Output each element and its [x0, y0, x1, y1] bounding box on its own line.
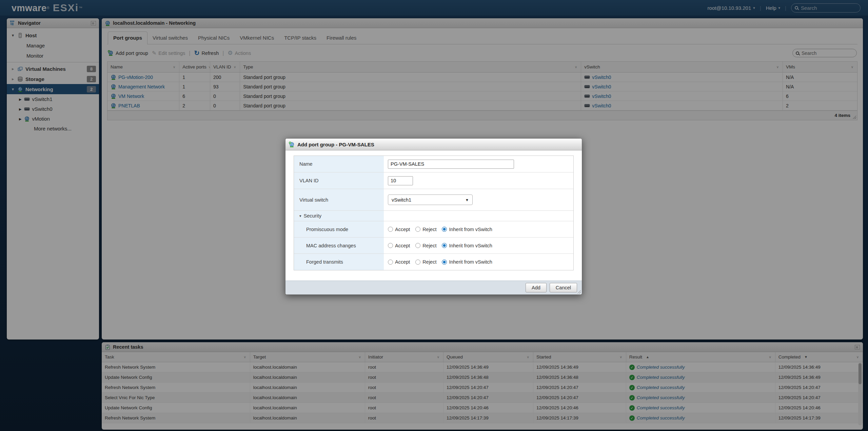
radio-label: Inherit from vSwitch: [449, 227, 492, 232]
add-button[interactable]: Add: [526, 283, 547, 292]
virtual-switch-selected-value: vSwitch1: [392, 197, 411, 203]
radio-icon[interactable]: [415, 260, 420, 265]
radio-label: Accept: [395, 259, 410, 265]
radio-reject[interactable]: Reject: [415, 259, 436, 265]
mac-address-changes-radio-group: Accept Reject Inherit from vSwitch: [388, 243, 492, 248]
promiscuous-mode-label: Promiscuous mode: [294, 221, 384, 237]
radio-reject[interactable]: Reject: [415, 227, 436, 232]
forged-transmits-label: Forged transmits: [294, 254, 384, 270]
radio-label: Accept: [395, 243, 410, 248]
radio-icon[interactable]: [388, 260, 393, 265]
radio-selected-icon[interactable]: [442, 227, 447, 232]
dialog-footer: Add Cancel: [285, 281, 582, 294]
radio-inherit[interactable]: Inherit from vSwitch: [442, 259, 492, 265]
virtual-switch-select[interactable]: vSwitch1 ▼: [388, 194, 473, 205]
cancel-button[interactable]: Cancel: [550, 283, 577, 292]
radio-label: Accept: [395, 227, 410, 232]
dialog-form: Name VLAN ID Virtual switch vSwitch1 ▼: [294, 156, 574, 270]
mac-address-changes-label: MAC address changes: [294, 238, 384, 253]
name-field-label: Name: [294, 156, 384, 172]
name-field[interactable]: [388, 160, 514, 169]
dialog-title: Add port group - PG-VM-SALES: [297, 142, 374, 147]
radio-selected-icon[interactable]: [442, 260, 447, 265]
radio-icon[interactable]: [388, 243, 393, 248]
add-port-group-dialog: Add port group - PG-VM-SALES Name VLAN I…: [285, 138, 582, 295]
caret-down-icon[interactable]: ▾: [299, 214, 301, 218]
radio-selected-icon[interactable]: [442, 243, 447, 248]
radio-label: Reject: [422, 243, 436, 248]
vlan-id-field[interactable]: [388, 176, 413, 185]
radio-label: Reject: [422, 259, 436, 265]
radio-accept[interactable]: Accept: [388, 259, 410, 265]
forged-transmits-radio-group: Accept Reject Inherit from vSwitch: [388, 259, 492, 265]
vlan-id-field-label: VLAN ID: [294, 172, 384, 189]
radio-label: Inherit from vSwitch: [449, 243, 492, 248]
select-arrow-icon: ▼: [465, 198, 469, 202]
radio-inherit[interactable]: Inherit from vSwitch: [442, 243, 492, 248]
add-port-group-icon: [289, 142, 295, 147]
radio-icon[interactable]: [415, 227, 420, 232]
radio-icon[interactable]: [415, 243, 420, 248]
virtual-switch-field-label: Virtual switch: [294, 189, 384, 210]
dialog-title-bar[interactable]: Add port group - PG-VM-SALES: [285, 139, 582, 150]
promiscuous-mode-radio-group: Accept Reject Inherit from vSwitch: [388, 227, 492, 232]
security-section-label: Security: [304, 213, 321, 219]
radio-accept[interactable]: Accept: [388, 227, 410, 232]
radio-icon[interactable]: [388, 227, 393, 232]
radio-label: Reject: [422, 227, 436, 232]
radio-inherit[interactable]: Inherit from vSwitch: [442, 227, 492, 232]
radio-reject[interactable]: Reject: [415, 243, 436, 248]
dialog-resize-grip[interactable]: [577, 290, 581, 293]
security-section-header[interactable]: ▾ Security: [294, 211, 384, 221]
radio-label: Inherit from vSwitch: [449, 259, 492, 265]
radio-accept[interactable]: Accept: [388, 243, 410, 248]
